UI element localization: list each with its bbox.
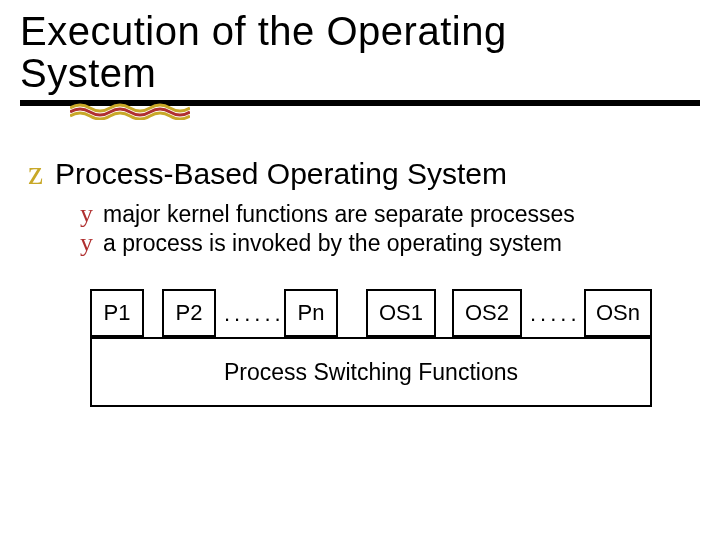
sub-bullet-row: y major kernel functions are separate pr…	[80, 201, 720, 228]
title-line-2: System	[20, 51, 156, 95]
box-osn: OSn	[584, 289, 652, 337]
scribble-decoration	[70, 102, 190, 120]
sub-bullet-text: major kernel functions are separate proc…	[103, 201, 575, 228]
process-diagram: P1 P2 ...... Pn OS1 OS2 ..... OSn Proces…	[90, 289, 650, 429]
title-line-1: Execution of the Operating	[20, 9, 507, 53]
box-footer: Process Switching Functions	[90, 337, 652, 407]
box-os1: OS1	[366, 289, 436, 337]
dots-1: ......	[224, 301, 285, 327]
box-p1: P1	[90, 289, 144, 337]
bullet-z-icon: z	[28, 156, 43, 190]
sub-bullet-row: y a process is invoked by the operating …	[80, 230, 720, 257]
sub-bullet-text: a process is invoked by the operating sy…	[103, 230, 562, 257]
bullet-y-icon: y	[80, 230, 93, 256]
title-underline	[20, 100, 700, 122]
bullet-y-icon: y	[80, 201, 93, 227]
sub-bullet-list: y major kernel functions are separate pr…	[80, 201, 720, 257]
box-pn: Pn	[284, 289, 338, 337]
main-bullet-text: Process-Based Operating System	[55, 157, 507, 191]
slide-title: Execution of the Operating System	[0, 0, 720, 94]
box-p2: P2	[162, 289, 216, 337]
main-bullet-row: z Process-Based Operating System	[28, 156, 720, 191]
box-os2: OS2	[452, 289, 522, 337]
dots-2: .....	[530, 301, 581, 327]
